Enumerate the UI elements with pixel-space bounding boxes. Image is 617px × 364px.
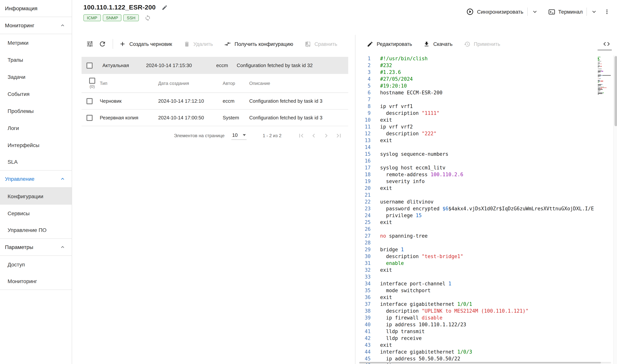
last-page-icon	[335, 132, 343, 140]
code-line: 10exit	[356, 117, 617, 124]
row-author: eccm	[222, 98, 248, 104]
sidebar-item[interactable]: Доступ	[0, 256, 72, 273]
synchronize-button[interactable]: Синхронизировать	[466, 8, 523, 15]
sidebar-item[interactable]: Задачи	[0, 68, 72, 85]
code-line: 38 description "UPLINK to MES2124M (100.…	[356, 308, 617, 314]
row-checkbox[interactable]	[86, 115, 93, 121]
code-toolbar: Редактировать Скачать Применить	[356, 36, 617, 52]
line-number: 12	[356, 130, 370, 137]
sidebar-item-label: SLA	[8, 159, 18, 165]
chevron-up-icon	[60, 244, 66, 250]
line-number: 20	[356, 185, 370, 192]
terminal-button[interactable]: Терминал	[548, 8, 583, 15]
refresh-button[interactable]	[99, 40, 106, 48]
sidebar-item[interactable]: Интерфейсы	[0, 136, 72, 154]
line-number: 2	[356, 62, 370, 69]
table-row[interactable]: Черновик2024-10-14 17:12:10eccmConfigura…	[82, 93, 348, 110]
sidebar-item[interactable]: Логи	[0, 119, 72, 136]
sidebar-item[interactable]: Конфигурации	[0, 188, 72, 205]
line-number: 8	[356, 103, 370, 110]
sidebar-item-label: Метрики	[8, 39, 28, 46]
line-number: 43	[356, 342, 370, 349]
chevron-up-icon	[60, 176, 66, 182]
code-line: 44interface gigabitethernet 1/0/3	[356, 349, 617, 355]
code-line: 22username dlitvinov	[356, 199, 617, 205]
more-menu-button[interactable]	[603, 8, 610, 15]
sidebar-item[interactable]: Сервисы	[0, 205, 72, 222]
line-number: 37	[356, 301, 370, 308]
code-view-toggle-button[interactable]	[603, 40, 610, 48]
table-row[interactable]: Резервная копия2024-10-14 17:00:50System…	[82, 110, 348, 126]
availability-refresh-icon[interactable]	[145, 14, 151, 21]
select-all-checkbox[interactable]	[89, 78, 95, 84]
code-line: 16	[356, 158, 617, 165]
refresh-icon	[99, 40, 106, 48]
sidebar-item[interactable]: Метрики	[0, 34, 72, 51]
compare-button[interactable]: Сравнить	[305, 41, 337, 47]
sidebar-item[interactable]: Параметры	[0, 239, 72, 256]
code-line: 8ip vrf vrf1	[356, 103, 617, 110]
row-checkbox[interactable]	[86, 98, 93, 104]
app-window: ИнформацияМониторингМетрикиТрапыЗадачиСо…	[0, 0, 617, 364]
synchronize-dropdown-button[interactable]	[531, 8, 538, 15]
line-number: 7	[356, 96, 370, 103]
page-header: 100.110.1.122_ESR-200 ICMP SNMP SSH Синх…	[72, 0, 617, 35]
sidebar-item[interactable]: Управление ПО	[0, 222, 72, 239]
code-line: 6hostname ECCM-ESR-200	[356, 90, 617, 96]
code-line: 42 lldp receive	[356, 335, 617, 342]
line-number: 9	[356, 110, 370, 117]
code-line: 11ip vrf vrf2	[356, 124, 617, 130]
current-config-row[interactable]: Актуальная 2024-10-14 17:15:30 eccm Conf…	[82, 57, 348, 74]
prev-page-button[interactable]	[310, 132, 317, 140]
vertical-scrollbar[interactable]	[613, 55, 617, 364]
fetch-config-button[interactable]: Получить конфигурацию	[224, 40, 293, 47]
column-header-description: Описание	[248, 80, 348, 86]
sidebar-item[interactable]: События	[0, 85, 72, 102]
filter-button[interactable]	[86, 40, 94, 48]
first-page-button[interactable]	[297, 132, 305, 140]
next-page-button[interactable]	[322, 132, 330, 140]
sidebar-item[interactable]: Трапы	[0, 51, 72, 68]
edit-config-button[interactable]: Редактировать	[367, 41, 412, 47]
terminal-dropdown-button[interactable]	[591, 8, 597, 15]
code-line: 19 severity info	[356, 178, 617, 185]
create-draft-button[interactable]: Создать черновик	[119, 40, 172, 47]
chevron-up-icon	[60, 22, 66, 28]
line-number: 38	[356, 308, 370, 314]
edit-title-icon[interactable]	[162, 5, 168, 11]
sidebar-item[interactable]: Проблемы	[0, 102, 72, 119]
download-config-label: Скачать	[433, 41, 452, 47]
row-checkbox[interactable]	[86, 62, 93, 68]
sidebar-item-label: Мониторинг	[8, 278, 37, 284]
last-page-button[interactable]	[335, 132, 343, 140]
pagination-range: 1 - 2 из 2	[263, 133, 281, 138]
items-per-page-select[interactable]: 10	[231, 131, 247, 140]
sidebar-item[interactable]: SLA	[0, 154, 72, 170]
line-number: 17	[356, 165, 370, 171]
line-number: 30	[356, 253, 370, 260]
code-minimap[interactable]	[597, 56, 612, 96]
vertical-scrollbar-thumb[interactable]	[614, 56, 617, 126]
line-number: 13	[356, 137, 370, 144]
sidebar-item[interactable]: Мониторинг	[0, 273, 72, 290]
code-line: 20exit	[356, 185, 617, 192]
sidebar-item[interactable]: Мониторинг	[0, 17, 72, 34]
divider	[587, 8, 587, 16]
apply-config-button[interactable]: Применить	[464, 41, 500, 47]
sidebar-item[interactable]: Управление	[0, 170, 72, 188]
current-config-author: eccm	[213, 63, 233, 68]
delete-button[interactable]: Удалить	[183, 41, 213, 47]
divider	[527, 8, 527, 16]
sidebar-item[interactable]: Информация	[0, 0, 72, 17]
line-number: 1	[356, 55, 370, 62]
row-description: Configuration fetched by task id 3	[248, 115, 348, 120]
code-line: 37interface gigabitethernet 1/0/1	[356, 301, 617, 308]
minimap-handle[interactable]	[597, 49, 612, 51]
pagination: Элементов на странице 10 1 - 2 из 2	[82, 126, 348, 145]
horizontal-scrollbar-thumb[interactable]	[359, 362, 601, 364]
config-viewer-panel: Редактировать Скачать Применить 1#!/usr/…	[355, 35, 617, 364]
horizontal-scrollbar[interactable]	[359, 362, 611, 364]
download-config-button[interactable]: Скачать	[424, 41, 452, 47]
code-editor-body[interactable]: 1#!/usr/bin/clish2#2323#1.23.64#27/05/20…	[356, 55, 617, 364]
line-number: 15	[356, 151, 370, 158]
